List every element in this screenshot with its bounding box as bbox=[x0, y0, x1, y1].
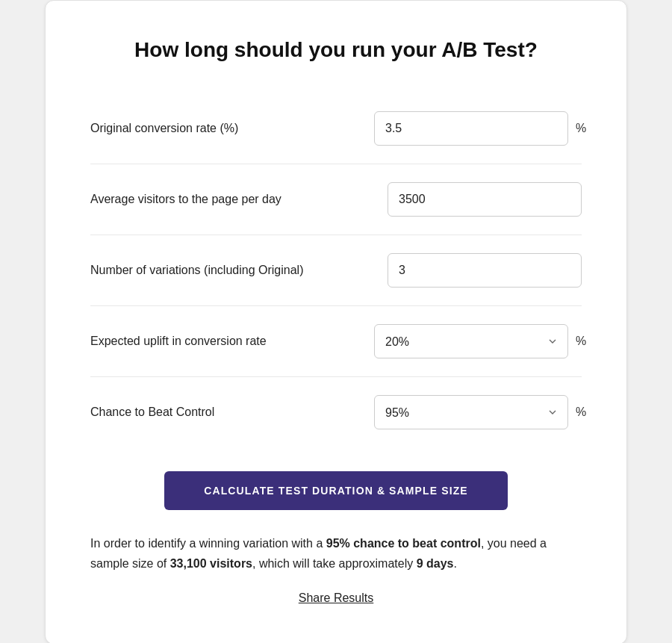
result-days-bold: 9 days bbox=[417, 557, 454, 570]
visitors-per-day-row: Average visitors to the page per day bbox=[90, 167, 582, 232]
divider-2 bbox=[90, 234, 582, 235]
main-card: How long should you run your A/B Test? O… bbox=[45, 0, 627, 643]
result-suffix: , which will take approximately bbox=[252, 557, 417, 570]
result-sample-bold: 33,100 visitors bbox=[170, 557, 252, 570]
num-variations-input-wrapper bbox=[388, 253, 582, 288]
calculate-button[interactable]: CALCULATE TEST DURATION & SAMPLE SIZE bbox=[164, 471, 508, 510]
chance-to-beat-select[interactable]: 80% 85% 90% 95% 99% bbox=[374, 395, 568, 429]
expected-uplift-row: Expected uplift in conversion rate 5% 10… bbox=[90, 309, 582, 373]
page-title: How long should you run your A/B Test? bbox=[90, 37, 582, 63]
conversion-rate-input-wrapper: % bbox=[374, 111, 588, 146]
num-variations-label: Number of variations (including Original… bbox=[90, 262, 374, 279]
divider-4 bbox=[90, 376, 582, 377]
expected-uplift-unit: % bbox=[576, 335, 588, 348]
divider-3 bbox=[90, 305, 582, 306]
chance-to-beat-row: Chance to Beat Control 80% 85% 90% 95% 9… bbox=[90, 380, 582, 444]
share-results-link[interactable]: Share Results bbox=[90, 591, 582, 605]
conversion-rate-input[interactable] bbox=[374, 111, 568, 146]
num-variations-input[interactable] bbox=[388, 253, 582, 288]
chance-to-beat-input-wrapper: 80% 85% 90% 95% 99% % bbox=[374, 395, 588, 429]
conversion-rate-label: Original conversion rate (%) bbox=[90, 120, 374, 137]
visitors-per-day-input[interactable] bbox=[388, 182, 582, 217]
result-end: . bbox=[453, 557, 456, 570]
expected-uplift-label: Expected uplift in conversion rate bbox=[90, 333, 374, 350]
result-prefix: In order to identify a winning variation… bbox=[90, 537, 326, 550]
num-variations-row: Number of variations (including Original… bbox=[90, 238, 582, 302]
chance-to-beat-unit: % bbox=[576, 406, 588, 419]
result-text: In order to identify a winning variation… bbox=[90, 534, 582, 574]
chance-to-beat-label: Chance to Beat Control bbox=[90, 404, 374, 420]
form-section: Original conversion rate (%) % Average v… bbox=[90, 96, 582, 444]
expected-uplift-input-wrapper: 5% 10% 15% 20% 25% 30% 40% 50% % bbox=[374, 324, 588, 358]
conversion-rate-row: Original conversion rate (%) % bbox=[90, 96, 582, 161]
result-chance-bold: 95% chance to beat control bbox=[326, 537, 481, 550]
visitors-per-day-label: Average visitors to the page per day bbox=[90, 191, 374, 208]
conversion-rate-unit: % bbox=[576, 122, 588, 135]
divider-1 bbox=[90, 164, 582, 164]
visitors-per-day-input-wrapper bbox=[388, 182, 582, 217]
expected-uplift-select[interactable]: 5% 10% 15% 20% 25% 30% 40% 50% bbox=[374, 324, 568, 358]
